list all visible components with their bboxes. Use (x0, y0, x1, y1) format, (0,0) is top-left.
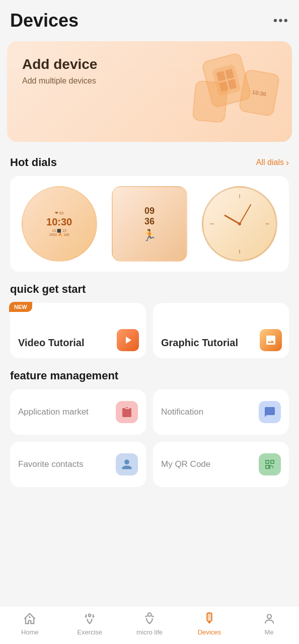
favorite-contacts-label: Favorite contacts (18, 459, 83, 470)
nav-home-label: Home (21, 628, 39, 636)
hot-dials-title: Hot dials (10, 156, 57, 169)
dial-3[interactable] (202, 186, 277, 262)
graphic-tutorial-card[interactable]: Graphic Tutorial (153, 303, 289, 358)
nav-me-label: Me (265, 628, 274, 636)
nav-micro-life[interactable]: micro life (129, 611, 170, 636)
devices-icon (202, 611, 217, 626)
video-tutorial-icon (117, 329, 139, 351)
quick-start-section: quick get start NEW Video Tutorial Graph… (0, 276, 299, 362)
my-qr-code-card[interactable]: My QR Code (153, 442, 289, 487)
banner-decoration: 10:30 (166, 46, 287, 137)
watch-decoration-2: 10:30 (238, 69, 280, 117)
watch-decoration-3 (192, 80, 229, 123)
dial-1-time: 10:30 (46, 216, 72, 228)
notification-card[interactable]: Notification (153, 389, 289, 435)
my-qr-code-label: My QR Code (161, 459, 210, 470)
nav-devices[interactable]: Devices (189, 611, 230, 636)
home-icon (22, 611, 37, 626)
bottom-nav: Home Exercise micro life (0, 606, 299, 644)
clock-face (207, 191, 272, 257)
feature-management-title: feature management (10, 369, 289, 382)
favorite-contacts-card[interactable]: Favorite contacts (10, 442, 146, 487)
notification-label: Notification (161, 407, 203, 418)
page-title: Devices (10, 10, 79, 31)
nav-micro-life-label: micro life (136, 628, 163, 636)
dial-1[interactable]: ❤ 82 10:30 13 ⬛ 15 2500 🔥 180 (22, 186, 97, 262)
exercise-icon (82, 611, 97, 626)
dial-2-time: 0936 (142, 206, 156, 227)
quick-start-cards: NEW Video Tutorial Graphic Tutorial (10, 303, 289, 358)
application-market-icon (116, 401, 138, 423)
header: Devices ••• (0, 0, 299, 36)
svg-point-4 (267, 614, 271, 618)
nav-devices-label: Devices (198, 628, 221, 636)
hot-dials-section: Hot dials All dials › ❤ 82 10:30 13 ⬛ 15… (0, 147, 299, 276)
application-market-label: Application market (18, 407, 89, 418)
svg-point-0 (29, 616, 31, 618)
dials-container: ❤ 82 10:30 13 ⬛ 15 2500 🔥 180 0936 🏃 (10, 176, 289, 272)
svg-point-1 (89, 614, 91, 617)
new-badge: NEW (9, 302, 32, 312)
chevron-right-icon: › (286, 157, 289, 168)
add-device-banner[interactable]: Add device Add multiple devices (7, 41, 292, 142)
hot-dials-header: Hot dials All dials › (10, 156, 289, 169)
dial-2[interactable]: 0936 🏃 (112, 186, 187, 262)
nav-exercise[interactable]: Exercise (69, 611, 110, 636)
video-tutorial-card[interactable]: NEW Video Tutorial (10, 303, 146, 358)
my-qr-code-icon (259, 453, 281, 475)
svg-rect-3 (207, 614, 211, 620)
favorite-contacts-icon (116, 453, 138, 475)
nav-home[interactable]: Home (10, 611, 50, 636)
graphic-tutorial-icon (260, 329, 282, 351)
quick-start-title: quick get start (10, 283, 289, 296)
notification-icon (259, 401, 281, 423)
application-market-card[interactable]: Application market (10, 389, 146, 435)
feature-grid: Application market Notification Favo (10, 389, 289, 487)
nav-exercise-label: Exercise (77, 628, 102, 636)
micro-life-icon (142, 611, 157, 626)
more-options-button[interactable]: ••• (273, 14, 289, 28)
feature-management-section: feature management Application market No… (0, 362, 299, 491)
all-dials-link[interactable]: All dials › (256, 157, 289, 168)
me-icon (262, 611, 277, 626)
nav-me[interactable]: Me (249, 611, 289, 636)
